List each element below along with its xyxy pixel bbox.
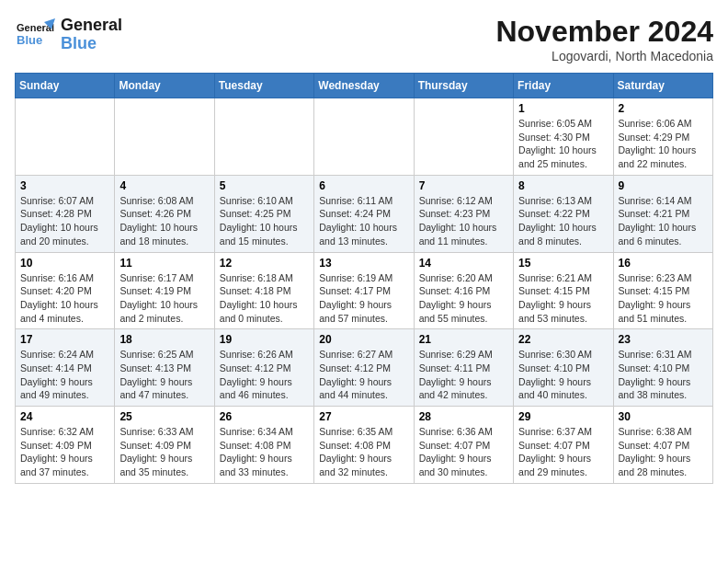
- day-cell-23: 23Sunrise: 6:31 AMSunset: 4:10 PMDayligh…: [613, 329, 712, 407]
- day-cell-5: 5Sunrise: 6:10 AMSunset: 4:25 PMDaylight…: [214, 175, 313, 252]
- weekday-header-saturday: Saturday: [613, 74, 712, 98]
- day-cell-2: 2Sunrise: 6:06 AMSunset: 4:29 PMDaylight…: [613, 98, 712, 176]
- day-cell-12: 12Sunrise: 6:18 AMSunset: 4:18 PMDayligh…: [214, 252, 313, 329]
- empty-cell: [314, 98, 414, 176]
- day-info: Sunrise: 6:33 AMSunset: 4:09 PMDaylight:…: [119, 425, 209, 479]
- weekday-header-wednesday: Wednesday: [314, 74, 414, 98]
- logo-icon: General Blue: [15, 15, 55, 55]
- day-info: Sunrise: 6:19 AMSunset: 4:17 PMDaylight:…: [319, 271, 408, 326]
- day-cell-14: 14Sunrise: 6:20 AMSunset: 4:16 PMDayligh…: [414, 252, 513, 329]
- day-number: 18: [119, 333, 209, 346]
- day-info: Sunrise: 6:12 AMSunset: 4:23 PMDaylight:…: [419, 194, 508, 248]
- day-cell-15: 15Sunrise: 6:21 AMSunset: 4:15 PMDayligh…: [514, 252, 613, 329]
- empty-cell: [16, 98, 115, 176]
- weekday-header-monday: Monday: [115, 74, 214, 98]
- day-number: 6: [319, 179, 408, 192]
- title-block: November 2024 Logovardi, North Macedonia: [495, 15, 713, 63]
- day-number: 29: [518, 410, 608, 423]
- day-number: 9: [619, 179, 708, 192]
- day-cell-18: 18Sunrise: 6:25 AMSunset: 4:13 PMDayligh…: [115, 329, 214, 407]
- day-info: Sunrise: 6:06 AMSunset: 4:29 PMDaylight:…: [619, 117, 708, 171]
- svg-text:Blue: Blue: [17, 33, 42, 47]
- day-number: 17: [20, 333, 109, 346]
- day-info: Sunrise: 6:18 AMSunset: 4:18 PMDaylight:…: [220, 271, 309, 326]
- week-row-5: 24Sunrise: 6:32 AMSunset: 4:09 PMDayligh…: [16, 407, 713, 484]
- day-number: 12: [220, 257, 309, 270]
- day-number: 3: [20, 179, 109, 192]
- day-cell-30: 30Sunrise: 6:38 AMSunset: 4:07 PMDayligh…: [613, 407, 712, 484]
- day-info: Sunrise: 6:21 AMSunset: 4:15 PMDaylight:…: [518, 271, 608, 326]
- day-info: Sunrise: 6:29 AMSunset: 4:11 PMDaylight:…: [419, 348, 508, 402]
- day-number: 1: [518, 102, 608, 115]
- logo: General Blue GeneralBlue: [15, 15, 122, 55]
- day-info: Sunrise: 6:31 AMSunset: 4:10 PMDaylight:…: [619, 348, 708, 402]
- day-info: Sunrise: 6:34 AMSunset: 4:08 PMDaylight:…: [220, 425, 309, 479]
- day-number: 30: [619, 410, 708, 423]
- day-number: 16: [619, 257, 708, 270]
- day-cell-28: 28Sunrise: 6:36 AMSunset: 4:07 PMDayligh…: [414, 407, 513, 484]
- day-info: Sunrise: 6:16 AMSunset: 4:20 PMDaylight:…: [20, 271, 109, 326]
- week-row-3: 10Sunrise: 6:16 AMSunset: 4:20 PMDayligh…: [16, 252, 713, 329]
- day-cell-27: 27Sunrise: 6:35 AMSunset: 4:08 PMDayligh…: [314, 407, 414, 484]
- day-cell-16: 16Sunrise: 6:23 AMSunset: 4:15 PMDayligh…: [613, 252, 712, 329]
- day-info: Sunrise: 6:13 AMSunset: 4:22 PMDaylight:…: [518, 194, 608, 248]
- day-number: 25: [119, 410, 209, 423]
- day-number: 14: [419, 257, 508, 270]
- day-number: 21: [419, 333, 508, 346]
- day-info: Sunrise: 6:17 AMSunset: 4:19 PMDaylight:…: [119, 271, 209, 326]
- day-cell-19: 19Sunrise: 6:26 AMSunset: 4:12 PMDayligh…: [214, 329, 313, 407]
- day-cell-10: 10Sunrise: 6:16 AMSunset: 4:20 PMDayligh…: [16, 252, 115, 329]
- day-cell-3: 3Sunrise: 6:07 AMSunset: 4:28 PMDaylight…: [16, 175, 115, 252]
- day-number: 26: [220, 410, 309, 423]
- month-title: November 2024: [495, 15, 713, 49]
- day-cell-25: 25Sunrise: 6:33 AMSunset: 4:09 PMDayligh…: [115, 407, 214, 484]
- day-info: Sunrise: 6:20 AMSunset: 4:16 PMDaylight:…: [419, 271, 508, 326]
- day-cell-26: 26Sunrise: 6:34 AMSunset: 4:08 PMDayligh…: [214, 407, 313, 484]
- day-cell-17: 17Sunrise: 6:24 AMSunset: 4:14 PMDayligh…: [16, 329, 115, 407]
- day-number: 11: [119, 257, 209, 270]
- day-cell-22: 22Sunrise: 6:30 AMSunset: 4:10 PMDayligh…: [514, 329, 613, 407]
- page-header: General Blue GeneralBlue November 2024 L…: [15, 15, 713, 63]
- day-number: 10: [20, 257, 109, 270]
- day-cell-9: 9Sunrise: 6:14 AMSunset: 4:21 PMDaylight…: [613, 175, 712, 252]
- weekday-header-tuesday: Tuesday: [214, 74, 313, 98]
- day-number: 7: [419, 179, 508, 192]
- day-info: Sunrise: 6:08 AMSunset: 4:26 PMDaylight:…: [119, 194, 209, 248]
- day-cell-7: 7Sunrise: 6:12 AMSunset: 4:23 PMDaylight…: [414, 175, 513, 252]
- empty-cell: [214, 98, 313, 176]
- weekday-header-sunday: Sunday: [16, 74, 115, 98]
- empty-cell: [115, 98, 214, 176]
- day-info: Sunrise: 6:05 AMSunset: 4:30 PMDaylight:…: [518, 117, 608, 171]
- week-row-2: 3Sunrise: 6:07 AMSunset: 4:28 PMDaylight…: [16, 175, 713, 252]
- day-number: 24: [20, 410, 109, 423]
- day-number: 27: [319, 410, 408, 423]
- day-number: 2: [619, 102, 708, 115]
- weekday-header-row: SundayMondayTuesdayWednesdayThursdayFrid…: [16, 74, 713, 98]
- day-info: Sunrise: 6:10 AMSunset: 4:25 PMDaylight:…: [220, 194, 309, 248]
- day-number: 13: [319, 257, 408, 270]
- day-info: Sunrise: 6:30 AMSunset: 4:10 PMDaylight:…: [518, 348, 608, 402]
- day-number: 19: [220, 333, 309, 346]
- week-row-1: 1Sunrise: 6:05 AMSunset: 4:30 PMDaylight…: [16, 98, 713, 176]
- day-cell-21: 21Sunrise: 6:29 AMSunset: 4:11 PMDayligh…: [414, 329, 513, 407]
- day-cell-4: 4Sunrise: 6:08 AMSunset: 4:26 PMDaylight…: [115, 175, 214, 252]
- day-cell-29: 29Sunrise: 6:37 AMSunset: 4:07 PMDayligh…: [514, 407, 613, 484]
- day-info: Sunrise: 6:26 AMSunset: 4:12 PMDaylight:…: [220, 348, 309, 402]
- location-subtitle: Logovardi, North Macedonia: [495, 49, 713, 63]
- day-info: Sunrise: 6:23 AMSunset: 4:15 PMDaylight:…: [619, 271, 708, 326]
- day-info: Sunrise: 6:11 AMSunset: 4:24 PMDaylight:…: [319, 194, 408, 248]
- day-info: Sunrise: 6:32 AMSunset: 4:09 PMDaylight:…: [20, 425, 109, 479]
- day-number: 23: [619, 333, 708, 346]
- day-info: Sunrise: 6:24 AMSunset: 4:14 PMDaylight:…: [20, 348, 109, 402]
- day-info: Sunrise: 6:35 AMSunset: 4:08 PMDaylight:…: [319, 425, 408, 479]
- day-info: Sunrise: 6:37 AMSunset: 4:07 PMDaylight:…: [518, 425, 608, 479]
- day-info: Sunrise: 6:27 AMSunset: 4:12 PMDaylight:…: [319, 348, 408, 402]
- day-number: 22: [518, 333, 608, 346]
- week-row-4: 17Sunrise: 6:24 AMSunset: 4:14 PMDayligh…: [16, 329, 713, 407]
- day-cell-6: 6Sunrise: 6:11 AMSunset: 4:24 PMDaylight…: [314, 175, 414, 252]
- day-info: Sunrise: 6:07 AMSunset: 4:28 PMDaylight:…: [20, 194, 109, 248]
- day-number: 5: [220, 179, 309, 192]
- day-cell-20: 20Sunrise: 6:27 AMSunset: 4:12 PMDayligh…: [314, 329, 414, 407]
- day-info: Sunrise: 6:14 AMSunset: 4:21 PMDaylight:…: [619, 194, 708, 248]
- day-cell-11: 11Sunrise: 6:17 AMSunset: 4:19 PMDayligh…: [115, 252, 214, 329]
